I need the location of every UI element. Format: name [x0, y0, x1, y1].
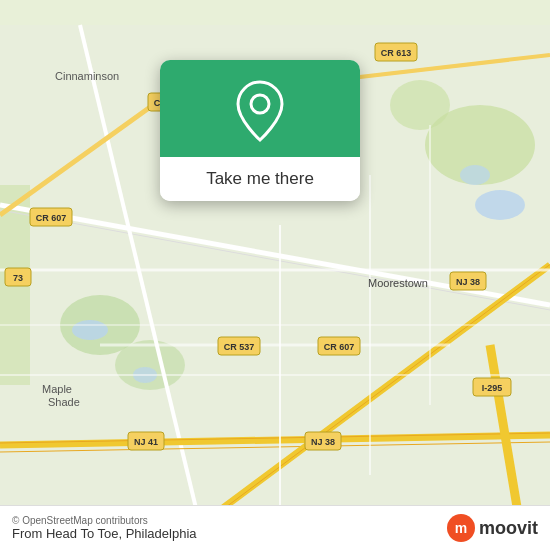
place-name: From Head To Toe, Philadelphia	[12, 526, 197, 541]
svg-text:CR 613: CR 613	[381, 48, 412, 58]
map-container: CR 613 CR 603 CR 607 CR 537 CR 607 NJ 38…	[0, 0, 550, 550]
svg-text:NJ 38: NJ 38	[456, 277, 480, 287]
moovit-icon: m	[447, 514, 475, 542]
moovit-logo: m moovit	[447, 514, 538, 542]
svg-text:I-295: I-295	[482, 383, 503, 393]
svg-point-8	[72, 320, 108, 340]
svg-point-2	[390, 80, 450, 130]
svg-text:CR 607: CR 607	[36, 213, 67, 223]
svg-text:NJ 38: NJ 38	[311, 437, 335, 447]
svg-text:NJ 41: NJ 41	[134, 437, 158, 447]
moovit-text: moovit	[479, 518, 538, 539]
copyright-text: © OpenStreetMap contributors	[12, 515, 197, 526]
svg-text:Moorestown: Moorestown	[368, 277, 428, 289]
bottom-bar: © OpenStreetMap contributors From Head T…	[0, 505, 550, 550]
svg-text:Maple: Maple	[42, 383, 72, 395]
svg-text:73: 73	[13, 273, 23, 283]
svg-point-7	[460, 165, 490, 185]
location-pin-icon	[234, 80, 286, 142]
svg-text:Cinnaminson: Cinnaminson	[55, 70, 119, 82]
svg-text:CR 607: CR 607	[324, 342, 355, 352]
take-me-there-button[interactable]: Take me there	[160, 157, 360, 201]
svg-point-6	[475, 190, 525, 220]
popup-card: Take me there	[160, 60, 360, 201]
svg-point-4	[115, 340, 185, 390]
svg-text:CR 537: CR 537	[224, 342, 255, 352]
bottom-left-section: © OpenStreetMap contributors From Head T…	[12, 515, 197, 541]
svg-text:Shade: Shade	[48, 396, 80, 408]
popup-green-section	[160, 60, 360, 157]
